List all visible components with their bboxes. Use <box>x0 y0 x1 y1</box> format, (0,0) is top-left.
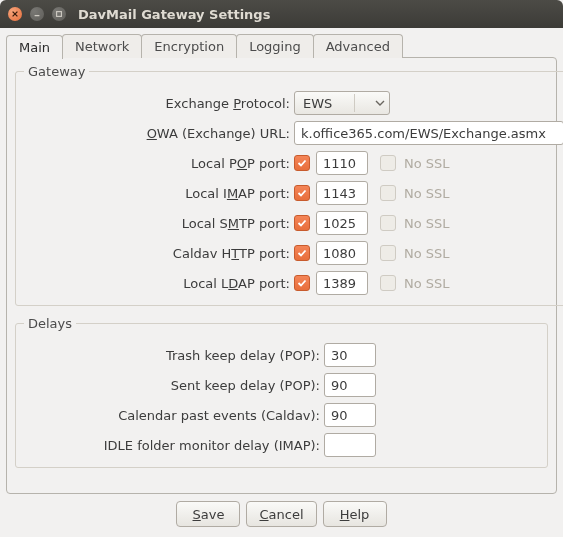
trash-delay-input[interactable] <box>324 343 376 367</box>
ldap-port-input[interactable] <box>316 271 368 295</box>
row-ldap-port: Local LDAP port: No SSL <box>24 269 563 297</box>
row-pop-port: Local POP port: No SSL <box>24 149 563 177</box>
tab-bar: Main Network Encryption Logging Advanced <box>6 34 557 58</box>
idle-delay-input[interactable] <box>324 433 376 457</box>
cancel-button[interactable]: Cancel <box>246 501 316 527</box>
tab-network[interactable]: Network <box>62 34 142 58</box>
caldav-enable-checkbox[interactable] <box>294 245 310 261</box>
gateway-group: Gateway Exchange Protocol: EWS OWA (Exch… <box>15 64 563 306</box>
minimize-icon[interactable] <box>30 7 44 21</box>
ldap-ssl-checkbox[interactable] <box>380 275 396 291</box>
dialog-button-bar: Save Cancel Help <box>6 495 557 533</box>
settings-window: DavMail Gateway Settings Main Network En… <box>0 0 563 537</box>
imap-enable-checkbox[interactable] <box>294 185 310 201</box>
pop-port-input[interactable] <box>316 151 368 175</box>
exchange-protocol-label: Exchange Protocol: <box>24 96 294 111</box>
titlebar: DavMail Gateway Settings <box>0 0 563 28</box>
ldap-enable-checkbox[interactable] <box>294 275 310 291</box>
sent-delay-input[interactable] <box>324 373 376 397</box>
help-button[interactable]: Help <box>323 501 387 527</box>
ldap-ssl-label: No SSL <box>404 276 450 291</box>
row-caldav-port: Caldav HTTP port: No SSL <box>24 239 563 267</box>
maximize-icon[interactable] <box>52 7 66 21</box>
row-owa-url: OWA (Exchange) URL: <box>24 119 563 147</box>
tab-advanced[interactable]: Advanced <box>313 34 403 58</box>
save-button[interactable]: Save <box>176 501 240 527</box>
trash-delay-label: Trash keep delay (POP): <box>24 348 324 363</box>
owa-url-label: OWA (Exchange) URL: <box>24 126 294 141</box>
tab-encryption[interactable]: Encryption <box>141 34 237 58</box>
pop-port-label: Local POP port: <box>24 156 294 171</box>
imap-port-label: Local IMAP port: <box>24 186 294 201</box>
caldav-ssl-checkbox[interactable] <box>380 245 396 261</box>
imap-ssl-checkbox[interactable] <box>380 185 396 201</box>
svg-rect-0 <box>57 12 62 17</box>
window-title: DavMail Gateway Settings <box>78 7 270 22</box>
pop-enable-checkbox[interactable] <box>294 155 310 171</box>
tab-panel-main: Gateway Exchange Protocol: EWS OWA (Exch… <box>6 57 557 494</box>
row-idle-delay: IDLE folder monitor delay (IMAP): <box>24 431 539 459</box>
idle-delay-label: IDLE folder monitor delay (IMAP): <box>24 438 324 453</box>
smtp-ssl-checkbox[interactable] <box>380 215 396 231</box>
exchange-protocol-select[interactable]: EWS <box>294 91 390 115</box>
exchange-protocol-value: EWS <box>303 96 332 111</box>
row-imap-port: Local IMAP port: No SSL <box>24 179 563 207</box>
smtp-port-label: Local SMTP port: <box>24 216 294 231</box>
caldav-port-label: Caldav HTTP port: <box>24 246 294 261</box>
pop-ssl-checkbox[interactable] <box>380 155 396 171</box>
pop-ssl-label: No SSL <box>404 156 450 171</box>
tab-logging[interactable]: Logging <box>236 34 314 58</box>
delays-legend: Delays <box>24 316 76 331</box>
caldav-ssl-label: No SSL <box>404 246 450 261</box>
smtp-port-input[interactable] <box>316 211 368 235</box>
imap-ssl-label: No SSL <box>404 186 450 201</box>
ldap-port-label: Local LDAP port: <box>24 276 294 291</box>
row-sent-delay: Sent keep delay (POP): <box>24 371 539 399</box>
smtp-ssl-label: No SSL <box>404 216 450 231</box>
smtp-enable-checkbox[interactable] <box>294 215 310 231</box>
tab-main[interactable]: Main <box>6 35 63 59</box>
caldav-port-input[interactable] <box>316 241 368 265</box>
gateway-legend: Gateway <box>24 64 89 79</box>
chevron-down-icon <box>375 98 385 108</box>
row-trash-delay: Trash keep delay (POP): <box>24 341 539 369</box>
calpast-label: Calendar past events (Caldav): <box>24 408 324 423</box>
owa-url-input[interactable] <box>294 121 563 145</box>
imap-port-input[interactable] <box>316 181 368 205</box>
calpast-input[interactable] <box>324 403 376 427</box>
delays-group: Delays Trash keep delay (POP): Sent keep… <box>15 316 548 468</box>
row-exchange-protocol: Exchange Protocol: EWS <box>24 89 563 117</box>
sent-delay-label: Sent keep delay (POP): <box>24 378 324 393</box>
close-icon[interactable] <box>8 7 22 21</box>
row-smtp-port: Local SMTP port: No SSL <box>24 209 563 237</box>
content-area: Main Network Encryption Logging Advanced… <box>0 28 563 537</box>
row-calpast-delay: Calendar past events (Caldav): <box>24 401 539 429</box>
